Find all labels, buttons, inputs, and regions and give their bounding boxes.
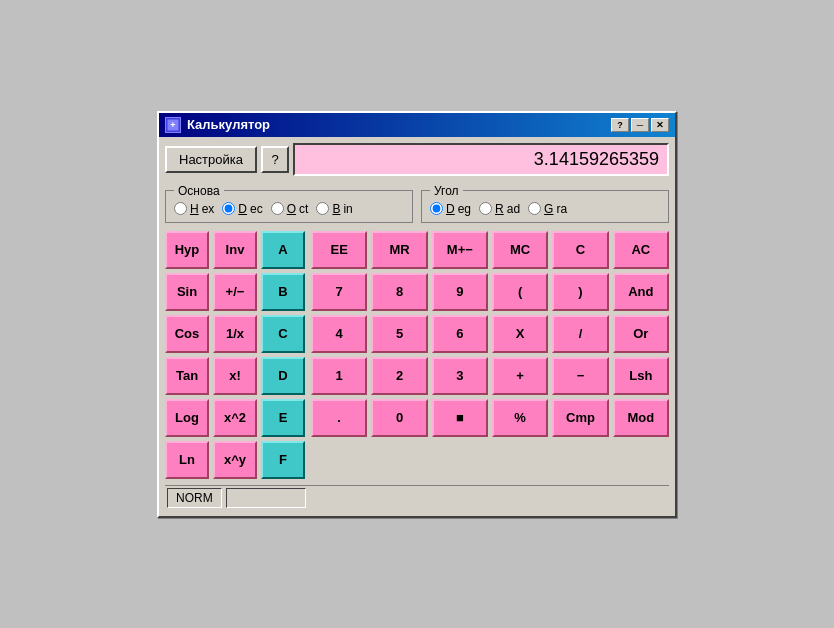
left-row-4: Logx^2E — [165, 399, 305, 437]
svg-text:+: + — [170, 120, 175, 130]
left-row-2: Cos1/xC — [165, 315, 305, 353]
right-row-2: 456X/Or — [311, 315, 669, 353]
btn-x_[interactable]: x! — [213, 357, 257, 395]
btn-f[interactable]: F — [261, 441, 305, 479]
btn-x_y[interactable]: x^y — [213, 441, 257, 479]
btn-4[interactable]: 4 — [311, 315, 367, 353]
btn-6[interactable]: 6 — [432, 315, 488, 353]
btn-x[interactable]: X — [492, 315, 548, 353]
top-row: Настройка ? 3.14159265359 — [165, 143, 669, 176]
buttons-area: HypInvASin+/−BCos1/xCTanx!DLogx^2ELnx^yF… — [165, 231, 669, 479]
btn-e[interactable]: E — [261, 399, 305, 437]
btn-b[interactable]: B — [261, 273, 305, 311]
btn-mr[interactable]: MR — [371, 231, 427, 269]
minimize-button[interactable]: ─ — [631, 118, 649, 132]
help-button[interactable]: ? — [611, 118, 629, 132]
btn-1[interactable]: 1 — [311, 357, 367, 395]
btn-x_2[interactable]: x^2 — [213, 399, 257, 437]
btn-c[interactable]: C — [261, 315, 305, 353]
title-bar: + Калькулятор ? ─ ✕ — [159, 113, 675, 137]
base-radio-group: Hex Dec Oct Bin — [174, 202, 404, 216]
btn-lsh[interactable]: Lsh — [613, 357, 669, 395]
btn-_[interactable]: ) — [552, 273, 608, 311]
btn-_[interactable]: ( — [492, 273, 548, 311]
btn-0[interactable]: 0 — [371, 399, 427, 437]
right-row-4: .0■%CmpMod — [311, 399, 669, 437]
window-title: Калькулятор — [187, 117, 270, 132]
right-row-1: 789()And — [311, 273, 669, 311]
help-btn[interactable]: ? — [261, 146, 289, 173]
btn-7[interactable]: 7 — [311, 273, 367, 311]
btn-9[interactable]: 9 — [432, 273, 488, 311]
base-hex[interactable]: Hex — [174, 202, 214, 216]
left-buttons: HypInvASin+/−BCos1/xCTanx!DLogx^2ELnx^yF — [165, 231, 305, 479]
angle-rad[interactable]: Rad — [479, 202, 520, 216]
btn-a[interactable]: A — [261, 231, 305, 269]
settings-button[interactable]: Настройка — [165, 146, 257, 173]
left-row-1: Sin+/−B — [165, 273, 305, 311]
empty-status — [226, 488, 306, 508]
calc-icon: + — [165, 117, 181, 133]
btn-mc[interactable]: MC — [492, 231, 548, 269]
btn-log[interactable]: Log — [165, 399, 209, 437]
angle-radio-group: Deg Rad Gra — [430, 202, 660, 216]
btn-2[interactable]: 2 — [371, 357, 427, 395]
angle-label: Угол — [430, 184, 463, 198]
window-body: Настройка ? 3.14159265359 Основа Hex Dec… — [159, 137, 675, 516]
close-button[interactable]: ✕ — [651, 118, 669, 132]
btn-inv[interactable]: Inv — [213, 231, 257, 269]
base-dec[interactable]: Dec — [222, 202, 262, 216]
base-bin[interactable]: Bin — [316, 202, 352, 216]
options-row: Основа Hex Dec Oct Bin Угол Deg Rad Gra — [165, 184, 669, 223]
btn-8[interactable]: 8 — [371, 273, 427, 311]
btn-_[interactable]: + — [492, 357, 548, 395]
right-row-3: 123+−Lsh — [311, 357, 669, 395]
base-label: Основа — [174, 184, 224, 198]
btn-_[interactable]: % — [492, 399, 548, 437]
btn-ee[interactable]: EE — [311, 231, 367, 269]
status-bar: NORM — [165, 485, 669, 510]
btn-ac[interactable]: AC — [613, 231, 669, 269]
left-row-0: HypInvA — [165, 231, 305, 269]
angle-gra[interactable]: Gra — [528, 202, 567, 216]
btn-or[interactable]: Or — [613, 315, 669, 353]
title-buttons: ? ─ ✕ — [611, 118, 669, 132]
base-group: Основа Hex Dec Oct Bin — [165, 184, 413, 223]
btn-_[interactable]: / — [552, 315, 608, 353]
right-buttons: EEMRM+−MCCAC789()And456X/Or123+−Lsh.0■%C… — [311, 231, 669, 479]
btn-ln[interactable]: Ln — [165, 441, 209, 479]
calculator-window: + Калькулятор ? ─ ✕ Настройка ? 3.141592… — [157, 111, 677, 518]
display: 3.14159265359 — [293, 143, 669, 176]
btn-cos[interactable]: Cos — [165, 315, 209, 353]
btn-mod[interactable]: Mod — [613, 399, 669, 437]
base-oct[interactable]: Oct — [271, 202, 309, 216]
btn-tan[interactable]: Tan — [165, 357, 209, 395]
angle-group: Угол Deg Rad Gra — [421, 184, 669, 223]
btn-1_x[interactable]: 1/x — [213, 315, 257, 353]
angle-deg[interactable]: Deg — [430, 202, 471, 216]
btn-sin[interactable]: Sin — [165, 273, 209, 311]
btn-_[interactable]: . — [311, 399, 367, 437]
left-row-5: Lnx^yF — [165, 441, 305, 479]
left-row-3: Tanx!D — [165, 357, 305, 395]
btn-d[interactable]: D — [261, 357, 305, 395]
btn-___[interactable]: +/− — [213, 273, 257, 311]
btn-cmp[interactable]: Cmp — [552, 399, 608, 437]
title-bar-left: + Калькулятор — [165, 117, 270, 133]
right-row-0: EEMRM+−MCCAC — [311, 231, 669, 269]
btn-5[interactable]: 5 — [371, 315, 427, 353]
btn-hyp[interactable]: Hyp — [165, 231, 209, 269]
btn-m__[interactable]: M+− — [432, 231, 488, 269]
norm-status: NORM — [167, 488, 222, 508]
btn-3[interactable]: 3 — [432, 357, 488, 395]
btn-_[interactable]: − — [552, 357, 608, 395]
btn-_[interactable]: ■ — [432, 399, 488, 437]
btn-c[interactable]: C — [552, 231, 608, 269]
btn-and[interactable]: And — [613, 273, 669, 311]
